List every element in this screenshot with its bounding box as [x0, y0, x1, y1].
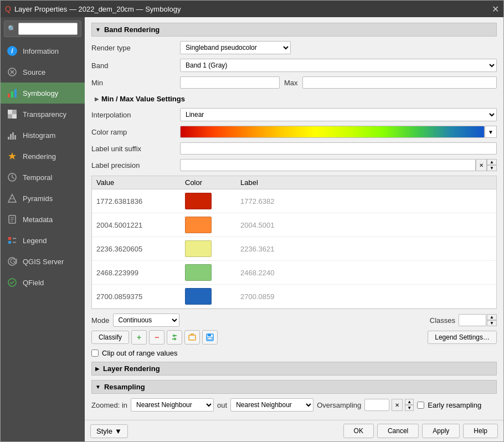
min-max-settings-title: Min / Max Value Settings	[101, 95, 185, 103]
label-precision-input[interactable]: 4	[180, 159, 476, 171]
min-max-arrow: ▶	[95, 96, 99, 102]
search-icon: 🔍	[8, 25, 16, 33]
label-precision-clear-button[interactable]: ✕	[476, 159, 487, 171]
apply-button[interactable]: Apply	[422, 424, 460, 438]
band-rendering-title: Band Rendering	[104, 25, 160, 34]
svg-text:GIS: GIS	[10, 257, 17, 265]
col-color-header: Color	[185, 178, 240, 187]
save-color-map-button[interactable]	[202, 330, 218, 345]
mode-label: Mode	[91, 316, 110, 325]
title-bar: Q Layer Properties — 2022_dem_20cm — Sym…	[1, 1, 503, 17]
main-window: Q Layer Properties — 2022_dem_20cm — Sym…	[0, 0, 504, 442]
interpolation-label: Interpolation	[91, 111, 180, 119]
sidebar-item-temporal[interactable]: Temporal	[1, 167, 85, 188]
band-rendering-header[interactable]: ▼ Band Rendering	[91, 23, 497, 37]
svg-rect-10	[12, 132, 14, 140]
min-max-settings-header[interactable]: ▶ Min / Max Value Settings	[91, 93, 497, 105]
min-input[interactable]: 1772.6381836	[180, 76, 280, 89]
label-unit-input[interactable]	[180, 142, 497, 155]
label-unit-label: Label unit suffix	[91, 145, 180, 153]
svg-rect-5	[12, 110, 17, 114]
layer-rendering-arrow: ▶	[95, 366, 100, 372]
sidebar-item-qgis-server[interactable]: GIS QGIS Server	[1, 251, 85, 272]
table-row: 2700.0859375 2700.0859	[92, 285, 496, 309]
sidebar-item-metadata[interactable]: Metadata	[1, 209, 85, 230]
label-precision-control: 4 ✕ ▲ ▼	[180, 159, 497, 171]
sidebar-item-pyramids[interactable]: Pyramids	[1, 188, 85, 209]
classify-button[interactable]: Classify	[91, 331, 129, 344]
sidebar-label-transparency: Transparency	[23, 110, 66, 119]
oversampling-spinner: ▲ ▼	[405, 399, 414, 411]
oversampling-increment[interactable]: ▲	[405, 399, 414, 405]
label-precision-decrement[interactable]: ▼	[487, 165, 497, 171]
color-ramp-dropdown-button[interactable]: ▼	[485, 126, 497, 138]
label-precision-increment[interactable]: ▲	[487, 159, 497, 165]
help-button[interactable]: Help	[463, 424, 498, 438]
label-precision-spinner: ▲ ▼	[487, 159, 497, 171]
mode-classes-row: Mode Continuous Classes 5 ▲ ▼	[91, 313, 497, 327]
sidebar-item-information[interactable]: i Information	[1, 40, 85, 61]
clip-checkbox[interactable]	[91, 350, 99, 357]
sidebar-item-qfield[interactable]: QField	[1, 272, 85, 293]
cancel-button[interactable]: Cancel	[377, 424, 419, 438]
label-precision-row: Label precision 4 ✕ ▲ ▼	[91, 159, 497, 171]
sidebar-item-source[interactable]: Source	[1, 61, 85, 83]
table-row: 2236.3620605 2236.3621	[92, 237, 496, 261]
row0-label: 1772.6382	[240, 197, 492, 205]
row1-color-swatch[interactable]	[185, 217, 212, 233]
oversampling-clear-button[interactable]: ✕	[392, 399, 403, 411]
classes-input[interactable]: 5	[459, 314, 486, 326]
mode-select[interactable]: Continuous	[113, 313, 179, 327]
row0-color-swatch[interactable]	[185, 193, 212, 209]
layer-rendering-header[interactable]: ▶ Layer Rendering	[91, 362, 497, 376]
band-select[interactable]: Band 1 (Gray)	[180, 59, 497, 72]
classes-increment[interactable]: ▲	[487, 314, 497, 320]
render-type-row: Render type Singleband pseudocolor	[91, 41, 497, 54]
search-box[interactable]: 🔍	[4, 20, 81, 37]
resampling-header[interactable]: ▼ Resampling	[91, 380, 497, 394]
oversampling-decrement[interactable]: ▼	[405, 405, 414, 411]
classes-decrement[interactable]: ▼	[487, 320, 497, 326]
label-unit-row: Label unit suffix	[91, 142, 497, 155]
clip-label: Clip out of range values	[102, 349, 178, 357]
max-input[interactable]: 2700.0859375	[302, 76, 497, 89]
row3-color-swatch[interactable]	[185, 264, 212, 281]
oversampling-input[interactable]: 2.00	[364, 399, 389, 411]
remove-class-button[interactable]: −	[149, 330, 164, 345]
svg-rect-7	[12, 114, 17, 119]
row2-color-swatch[interactable]	[185, 240, 212, 257]
color-ramp-row: Color ramp ▼	[91, 126, 497, 138]
color-table: Value Color Label 1772.6381836 1772.6382…	[91, 176, 497, 309]
close-button[interactable]: ✕	[492, 4, 499, 14]
style-button[interactable]: Style ▼	[90, 424, 128, 438]
render-type-select[interactable]: Singleband pseudocolor	[180, 41, 291, 54]
load-color-map-button[interactable]	[184, 330, 200, 345]
svg-marker-13	[8, 194, 16, 202]
interpolation-select[interactable]: Linear	[180, 108, 497, 121]
zoomed-in-label: Zoomed: in	[91, 401, 127, 409]
sidebar-label-histogram: Histogram	[23, 131, 55, 140]
zoomed-out-select[interactable]: Nearest Neighbour	[230, 398, 313, 412]
max-label: Max	[284, 79, 298, 87]
reverse-colors-button[interactable]	[167, 330, 182, 345]
ok-button[interactable]: OK	[343, 424, 374, 438]
sidebar-item-rendering[interactable]: Rendering	[1, 146, 85, 167]
sidebar-label-pyramids: Pyramids	[23, 194, 53, 203]
sidebar-label-qgis-server: QGIS Server	[23, 258, 64, 266]
zoomed-in-select[interactable]: Nearest Neighbour	[131, 398, 214, 412]
add-class-button[interactable]: +	[131, 330, 147, 345]
sidebar-item-legend[interactable]: Legend	[1, 230, 85, 251]
style-label: Style	[96, 427, 112, 435]
sidebar-item-histogram[interactable]: Histogram	[1, 125, 85, 146]
row3-label: 2468.2240	[240, 269, 492, 277]
search-input[interactable]	[18, 23, 78, 35]
row4-color-swatch[interactable]	[185, 288, 212, 305]
row2-value: 2236.3620605	[96, 245, 185, 253]
sidebar-item-transparency[interactable]: Transparency	[1, 104, 85, 125]
early-resampling-checkbox[interactable]	[417, 402, 424, 409]
color-ramp-display[interactable]	[180, 126, 485, 138]
sidebar-item-symbology[interactable]: Symbology	[1, 83, 85, 104]
render-type-label: Render type	[91, 44, 180, 52]
legend-settings-button[interactable]: Legend Settings…	[428, 331, 497, 344]
legend-icon	[6, 234, 18, 246]
